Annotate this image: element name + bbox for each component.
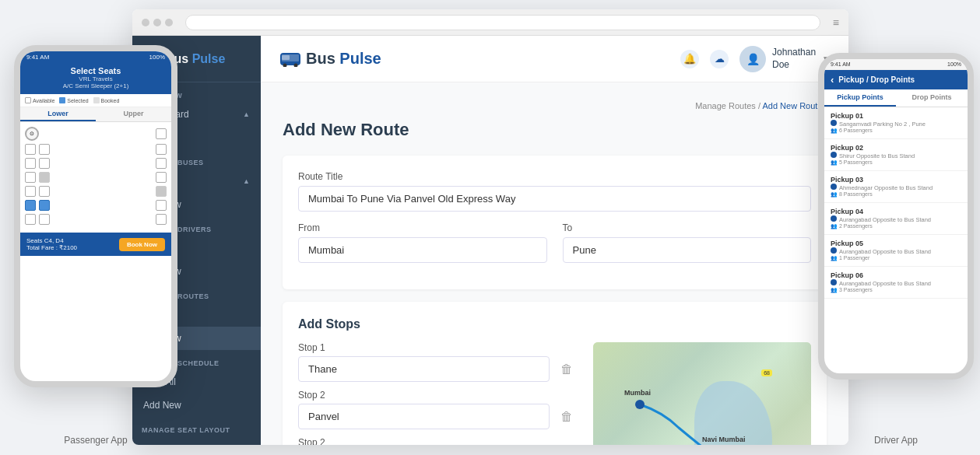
- map-section: Mumbai Navi Mumbai Washi 68 345A: [593, 342, 811, 445]
- page-title: Add New Route: [283, 120, 827, 140]
- seat[interactable]: [25, 172, 36, 183]
- stop-1-delete-button[interactable]: 🗑: [556, 359, 578, 380]
- driver-phone-status: 9:41 AM 100%: [824, 59, 968, 70]
- map-background: Mumbai Navi Mumbai Washi 68 345A: [593, 342, 811, 445]
- seat[interactable]: [39, 144, 50, 155]
- seat[interactable]: [156, 144, 167, 155]
- navi-mumbai-label: Navi Mumbai: [702, 436, 746, 443]
- avatar: 👤: [739, 46, 766, 72]
- seat[interactable]: [156, 186, 167, 197]
- minimize-dot: [153, 19, 161, 26]
- seat-row-1: [25, 144, 167, 155]
- to-input[interactable]: [563, 237, 812, 263]
- url-bar[interactable]: [185, 15, 820, 30]
- maximize-dot: [165, 19, 173, 26]
- to-group: To: [563, 222, 812, 263]
- stop-2-delete-button[interactable]: 🗑: [556, 406, 578, 428]
- tab-upper[interactable]: Upper: [96, 107, 171, 121]
- seat[interactable]: [156, 128, 167, 139]
- stop-1-label: Stop 1: [298, 342, 578, 353]
- seat[interactable]: [25, 186, 36, 197]
- back-icon[interactable]: ‹: [831, 74, 834, 86]
- pickup-list-item[interactable]: Pickup 05 Aurangabad Opposite to Bus Sta…: [824, 235, 968, 267]
- bus-logo-icon: [279, 51, 301, 67]
- cloud-icon[interactable]: ☁: [710, 50, 729, 68]
- seat[interactable]: [39, 172, 50, 183]
- stop-2-group: Stop 2 🗑: [298, 390, 578, 429]
- mumbai-label: Mumbai: [624, 389, 651, 397]
- stop-3-group: Stop 2 Add Stop: [298, 437, 578, 445]
- stops-map-row: Stop 1 🗑 Stop 2: [298, 342, 811, 445]
- seat[interactable]: [156, 214, 167, 225]
- svg-rect-6: [282, 55, 290, 60]
- seat[interactable]: [25, 158, 36, 169]
- route-title-label: Route Title: [298, 171, 811, 182]
- seats-selected-label: Seats C4, D4 Total Fare : ₹2100: [26, 237, 77, 251]
- sidebar-item-schedule-add-new[interactable]: Add New: [132, 394, 261, 417]
- driver-app-phone: 9:41 AM 100% ‹ Pickup / Drop Points Pick…: [818, 53, 974, 380]
- stop-2-input[interactable]: [298, 404, 550, 429]
- booked-dot: [93, 97, 100, 103]
- seat-selected[interactable]: [39, 200, 50, 211]
- add-stops-title: Add Stops: [298, 317, 811, 331]
- from-input[interactable]: [298, 237, 547, 263]
- username: Johnathan Doe: [772, 47, 816, 71]
- seat-row-3: [25, 172, 167, 183]
- pickup-list-item[interactable]: Pickup 03 Ahmednagar Opposite to Bus Sta…: [824, 171, 968, 203]
- selected-dot: [59, 97, 65, 103]
- seat[interactable]: [156, 200, 167, 211]
- browser-menu-icon[interactable]: ≡: [833, 16, 839, 29]
- phone-footer: Seats C4, D4 Total Fare : ₹2100 Book Now: [20, 233, 171, 256]
- seat-row-2: [25, 158, 167, 169]
- passenger-app-phone: 9:41 AM 100% Select Seats VRL Travels A/…: [14, 45, 177, 387]
- seat-row-5: [25, 200, 167, 211]
- seat-row-steering: ⊙: [25, 127, 167, 141]
- browser-body: Bus Pulse OVERVIEW Dashboard ▲ Reports M…: [132, 36, 848, 445]
- stop-3-label: Stop 2: [298, 437, 578, 445]
- driver-tabs: Pickup Points Drop Points: [824, 89, 968, 107]
- pickup-list: Pickup 01 Sangamvadi Parking No 2 , Pune…: [824, 107, 968, 299]
- stop-1-input[interactable]: [298, 356, 550, 382]
- browser-window: ≡ Bus Pulse OVERVIEW Dashboard ▲ Reports…: [132, 9, 848, 445]
- main-content: Bus Pulse 🔔 ☁ 👤 Johnathan Doe ▼: [261, 36, 848, 445]
- seat-tabs: Lower Upper: [20, 107, 171, 122]
- pickup-list-item[interactable]: Pickup 01 Sangamvadi Parking No 2 , Pune…: [824, 107, 968, 139]
- seat-legend: Available Selected Booked: [20, 94, 171, 107]
- stop-1-row: 🗑: [298, 356, 578, 382]
- pickup-list-item[interactable]: Pickup 02 Shirur Opposite to Bus Stand 👥…: [824, 139, 968, 171]
- svg-point-9: [635, 400, 645, 409]
- book-now-button[interactable]: Book Now: [119, 238, 165, 251]
- seat[interactable]: [39, 186, 50, 197]
- road-68-label: 68: [761, 369, 772, 376]
- stop-1-group: Stop 1 🗑: [298, 342, 578, 382]
- tab-pickup-points[interactable]: Pickup Points: [824, 89, 896, 107]
- seat[interactable]: [156, 172, 167, 183]
- window-controls: [142, 19, 173, 26]
- phone-status-bar: 9:41 AM 100%: [20, 51, 171, 63]
- close-dot: [142, 19, 149, 26]
- phone-header: Select Seats VRL Travels A/C Semi Sleepe…: [20, 63, 171, 94]
- seat-selected[interactable]: [25, 200, 36, 211]
- seat[interactable]: [156, 158, 167, 169]
- seat[interactable]: [25, 144, 36, 155]
- to-label: To: [563, 222, 812, 233]
- pickup-list-item[interactable]: Pickup 06 Aurangabad Opposite to Bus Sta…: [824, 267, 968, 299]
- seat[interactable]: [39, 214, 50, 225]
- from-group: From: [298, 222, 547, 263]
- topbar: Bus Pulse 🔔 ☁ 👤 Johnathan Doe ▼: [261, 36, 848, 82]
- notification-icon[interactable]: 🔔: [680, 50, 699, 68]
- tab-lower[interactable]: Lower: [20, 107, 96, 121]
- breadcrumb: Manage Routes / Add New Routes: [283, 101, 827, 110]
- route-title-input[interactable]: [298, 186, 811, 212]
- stop-2-label: Stop 2: [298, 390, 578, 401]
- pickup-list-item[interactable]: Pickup 04 Aurangabad Opposite to Bus Sta…: [824, 203, 968, 235]
- tab-drop-points[interactable]: Drop Points: [896, 89, 968, 107]
- topbar-user[interactable]: 👤 Johnathan Doe ▼: [739, 46, 830, 72]
- phone-seat-type: A/C Semi Sleeper (2+1): [25, 82, 167, 89]
- stop-2-row: 🗑: [298, 404, 578, 429]
- map-placeholder: Mumbai Navi Mumbai Washi 68 345A: [593, 342, 811, 445]
- seat[interactable]: [25, 214, 36, 225]
- browser-chrome: ≡: [132, 9, 848, 36]
- phone-header-title: Select Seats: [25, 66, 167, 75]
- seat[interactable]: [39, 158, 50, 169]
